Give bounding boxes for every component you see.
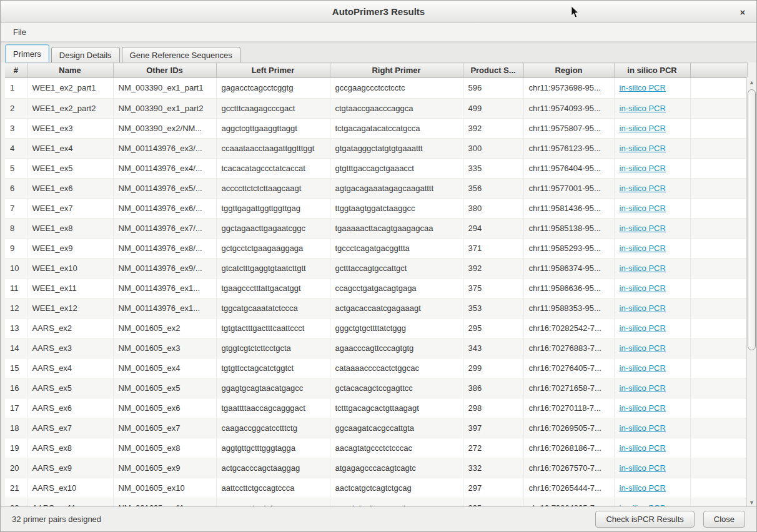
cell-blank [690,98,747,118]
in-silico-pcr-link[interactable]: in-silico PCR [620,343,666,353]
table-row[interactable]: 20AARS_ex9NM_001605_ex9actgcacccagctaagg… [5,458,747,478]
cell-region: chr16:70271658-7... [523,378,614,398]
in-silico-pcr-link[interactable]: in-silico PCR [620,184,666,193]
scroll-up-icon[interactable]: ▲ [747,77,756,87]
table-row[interactable]: 1WEE1_ex2_part1NM_003390_ex1_part1gagacc… [5,78,747,98]
table-row[interactable]: 3WEE1_ex3NM_003390_ex2/NM...aggctcgttgaa… [5,118,747,138]
cell-num: 9 [5,238,27,258]
cell-left-primer: tgaagccctttattgacatggt [216,278,330,298]
column-header-6[interactable]: Region [523,63,614,78]
cell-left-primer: gcctttcaagagcccgact [216,98,330,118]
table-row[interactable]: 16AARS_ex5NM_001605_ex5ggagtgcagtaacatga… [5,378,747,398]
in-silico-pcr-link[interactable]: in-silico PCR [620,303,666,313]
scrollbar-thumb[interactable] [748,89,756,350]
in-silico-pcr-link[interactable]: in-silico PCR [620,124,666,133]
cell-blank [690,338,747,358]
table-row[interactable]: 14AARS_ex3NM_001605_ex3gtggtcgtctcttcctg… [5,338,747,358]
cell-name: WEE1_ex9 [27,238,113,258]
table-body-viewport: 1WEE1_ex2_part1NM_003390_ex1_part1gagacc… [1,78,756,508]
table-row[interactable]: 13AARS_ex2NM_001605_ex2tgtgtactttgactttc… [5,318,747,338]
cell-left-primer: accccttctctcttaagcaagt [216,178,330,198]
vertical-scrollbar[interactable]: ▲ ▼ [746,77,756,508]
cell-left-primer: tcacacatagccctatcaccat [216,158,330,178]
cell-name: AARS_ex6 [27,398,113,418]
in-silico-pcr-link[interactable]: in-silico PCR [620,463,666,473]
table-row[interactable]: 21AARS_ex10NM_001605_ex10aattccttctgccag… [5,478,747,498]
cell-right-primer: tgccctcagatgacggttta [330,238,463,258]
in-silico-pcr-link[interactable]: in-silico PCR [620,164,666,173]
table-row[interactable]: 15AARS_ex4NM_001605_ex4tgtgttcctagcatctg… [5,358,747,378]
cell-product-size: 499 [463,98,523,118]
cell-product-size: 335 [463,158,523,178]
in-silico-pcr-link[interactable]: in-silico PCR [620,483,666,493]
table-row[interactable]: 19AARS_ex8NM_001605_ex8aggtgttgctttgggta… [5,438,747,458]
in-silico-pcr-link[interactable]: in-silico PCR [620,383,666,393]
cell-in-silico-pcr: in-silico PCR [614,378,690,398]
in-silico-pcr-link[interactable]: in-silico PCR [620,323,666,333]
tab-primers[interactable]: Primers [5,44,49,62]
table-row[interactable]: 12WEE1_ex12NM_001143976_ex1...tggcatgcaa… [5,298,747,318]
cell-num: 19 [5,438,27,458]
cell-in-silico-pcr: in-silico PCR [614,338,690,358]
column-header-2[interactable]: Other IDs [113,63,216,78]
cell-name: AARS_ex2 [27,318,113,338]
table-row[interactable]: 8WEE1_ex8NM_001143976_ex7/...ggctagaactt… [5,218,747,238]
table-row[interactable]: 10WEE1_ex10NM_001143976_ex9/...gtcatcttt… [5,258,747,278]
table-header-row: #NameOther IDsLeft PrimerRight PrimerPro… [5,63,747,78]
cell-in-silico-pcr: in-silico PCR [614,138,690,158]
in-silico-pcr-link[interactable]: in-silico PCR [620,363,666,373]
check-ispcr-results-button[interactable]: Check isPCR Results [595,511,694,528]
in-silico-pcr-link[interactable]: in-silico PCR [620,244,666,253]
cell-left-primer: ccaaataacctaagattggtttggt [216,138,330,158]
in-silico-pcr-link[interactable]: in-silico PCR [620,83,666,92]
cell-region: chr11:9577001-95... [523,178,614,198]
cell-region: chr11:9575807-95... [523,118,614,138]
column-header-4[interactable]: Right Primer [330,63,463,78]
cell-left-primer: tgaattttaaccagcagggact [216,398,330,418]
cell-name: WEE1_ex3 [27,118,113,138]
tab-design-details[interactable]: Design Details [51,47,120,62]
cell-name: WEE1_ex4 [27,138,113,158]
column-header-0[interactable]: # [5,63,27,78]
cell-product-size: 371 [463,238,523,258]
in-silico-pcr-link[interactable]: in-silico PCR [620,443,666,453]
in-silico-pcr-link[interactable]: in-silico PCR [620,204,666,213]
in-silico-pcr-link[interactable]: in-silico PCR [620,283,666,293]
table-row[interactable]: 5WEE1_ex5NM_001143976_ex4/...tcacacatagc… [5,158,747,178]
cell-right-primer: gtgatagggctatgtgtgaaattt [330,138,463,158]
cell-blank [690,398,747,418]
cell-blank [690,238,747,258]
cell-name: WEE1_ex7 [27,198,113,218]
table-row[interactable]: 17AARS_ex6NM_001605_ex6tgaattttaaccagcag… [5,398,747,418]
cell-num: 21 [5,478,27,498]
in-silico-pcr-link[interactable]: in-silico PCR [620,264,666,273]
cell-product-size: 596 [463,78,523,98]
in-silico-pcr-link[interactable]: in-silico PCR [620,224,666,233]
in-silico-pcr-link[interactable]: in-silico PCR [620,144,666,153]
tab-gene-reference-sequences[interactable]: Gene Reference Sequences [122,47,240,62]
column-header-5[interactable]: Product S... [463,63,523,78]
table-row[interactable]: 6WEE1_ex6NM_001143976_ex5/...accccttctct… [5,178,747,198]
table-row[interactable]: 18AARS_ex7NM_001605_ex7caagaccggcatccttt… [5,418,747,438]
cell-other-ids: NM_001605_ex7 [113,418,216,438]
in-silico-pcr-link[interactable]: in-silico PCR [620,403,666,413]
in-silico-pcr-link[interactable]: in-silico PCR [620,423,666,433]
close-button[interactable]: Close [703,511,745,528]
column-header-1[interactable]: Name [27,63,113,78]
table-row[interactable]: 2WEE1_ex2_part2NM_003390_ex1_part2gccttt… [5,98,747,118]
cell-other-ids: NM_003390_ex1_part2 [113,98,216,118]
menu-file[interactable]: File [7,27,32,37]
table-row[interactable]: 4WEE1_ex4NM_001143976_ex3/...ccaaataacct… [5,138,747,158]
close-window-icon[interactable]: × [736,6,749,18]
table-row[interactable]: 7WEE1_ex7NM_001143976_ex6/...tggttgagatt… [5,198,747,218]
cell-product-size: 343 [463,338,523,358]
column-header-3[interactable]: Left Primer [216,63,330,78]
column-header-7[interactable]: in silico PCR [614,63,690,78]
table-row[interactable]: 11WEE1_ex11NM_001143976_ex1...tgaagccctt… [5,278,747,298]
cell-blank [690,138,747,158]
cell-product-size: 332 [463,458,523,478]
in-silico-pcr-link[interactable]: in-silico PCR [620,104,666,113]
cell-other-ids: NM_001605_ex2 [113,318,216,338]
cell-num: 5 [5,158,27,178]
table-row[interactable]: 9WEE1_ex9NM_001143976_ex8/...gctgcctctga… [5,238,747,258]
